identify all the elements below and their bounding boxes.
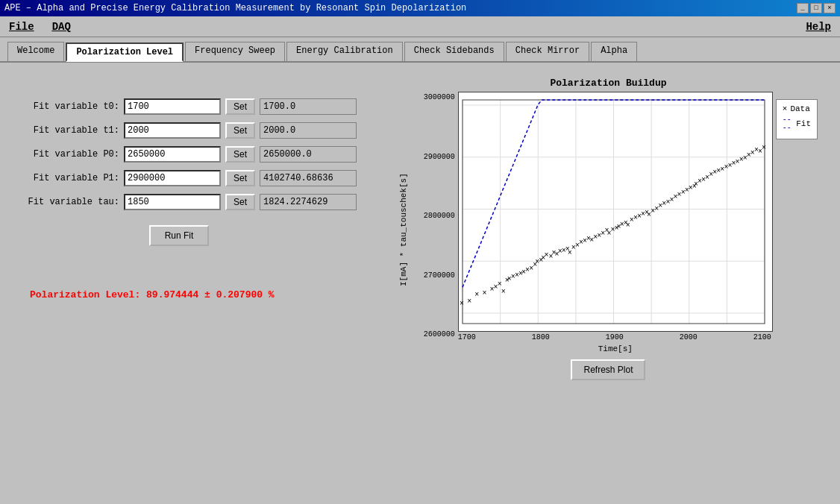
y-tick-2700000: 2700000 [411, 271, 455, 280]
window-title: APE – Alpha and Precise Energy Calibrati… [4, 3, 466, 13]
plot-area: I[mA] * tau_touschek[s] 3000000 2900000 … [399, 92, 818, 353]
plot-legend: × Data ---- Fit [776, 99, 818, 139]
tab-bar: Welcome Polarization Level Frequency Swe… [0, 37, 840, 63]
plot-canvas-container: 1700 1800 1900 2000 2100 Time[s] [458, 92, 773, 353]
fit-value-tau: 1824.2274629 [260, 194, 357, 210]
legend-data-label: Data [790, 104, 809, 113]
main-content: Fit variable t0: Set 1700.0 Fit variable… [0, 63, 840, 501]
fit-input-t1[interactable] [124, 122, 221, 139]
fit-label-tau: Fit variable tau: [22, 197, 119, 207]
fit-row-t0: Fit variable t0: Set 1700.0 [22, 98, 377, 115]
x-tick-2100: 2100 [753, 333, 771, 341]
fit-row-p1: Fit variable P1: Set 4102740.68636 [22, 170, 377, 186]
right-panel: Polarization Buildup I[mA] * tau_tousche… [399, 78, 818, 486]
legend-data-symbol: × [783, 104, 788, 113]
tab-check-sidebands[interactable]: Check Sidebands [404, 42, 504, 61]
x-tick-1700: 1700 [458, 333, 476, 341]
maximize-button[interactable]: □ [810, 3, 822, 13]
fit-input-t0[interactable] [124, 98, 221, 115]
menu-daq[interactable]: DAQ [49, 19, 74, 34]
run-fit-button[interactable]: Run Fit [149, 225, 209, 246]
tab-alpha[interactable]: Alpha [591, 42, 637, 61]
fit-input-p1[interactable] [124, 170, 221, 186]
fit-row-p0: Fit variable P0: Set 2650000.0 [22, 146, 377, 163]
y-tick-labels: 3000000 2900000 2800000 2700000 2600000 [411, 92, 455, 353]
menu-file[interactable]: File [6, 19, 37, 34]
fit-label-p1: Fit variable P1: [22, 173, 119, 183]
tab-frequency-sweep[interactable]: Frequency Sweep [185, 42, 285, 61]
tab-welcome[interactable]: Welcome [7, 42, 64, 61]
fit-value-t1: 2000.0 [260, 122, 357, 139]
fit-set-button-p0[interactable]: Set [225, 146, 255, 163]
tab-polarization-level[interactable]: Polarization Level [66, 42, 184, 62]
fit-set-button-p1[interactable]: Set [225, 170, 255, 186]
x-tick-2000: 2000 [680, 333, 698, 341]
fit-set-button-t1[interactable]: Set [225, 122, 255, 139]
plot-with-legend: 1700 1800 1900 2000 2100 Time[s] × Data [458, 92, 818, 353]
close-button[interactable]: × [824, 3, 836, 13]
y-tick-3000000: 3000000 [411, 93, 455, 101]
plot-title: Polarization Buildup [550, 78, 666, 89]
fit-label-p0: Fit variable P0: [22, 149, 119, 160]
fit-value-p1: 4102740.68636 [260, 170, 357, 186]
y-tick-2800000: 2800000 [411, 212, 455, 220]
fit-input-p0[interactable] [124, 146, 221, 163]
fit-set-button-t0[interactable]: Set [225, 98, 255, 115]
fit-input-tau[interactable] [124, 194, 221, 210]
left-panel: Fit variable t0: Set 1700.0 Fit variable… [22, 78, 377, 486]
menu-help[interactable]: Help [803, 19, 834, 34]
fit-value-p0: 2650000.0 [260, 146, 357, 163]
x-tick-labels: 1700 1800 1900 2000 2100 [458, 332, 771, 343]
title-bar: APE – Alpha and Precise Energy Calibrati… [0, 0, 840, 16]
fit-value-t0: 1700.0 [260, 98, 357, 115]
legend-fit: ---- Fit [783, 116, 811, 132]
legend-fit-symbol: ---- [783, 116, 793, 132]
fit-row-tau: Fit variable tau: Set 1824.2274629 [22, 194, 377, 210]
legend-data: × Data [783, 104, 811, 113]
polarization-result: Polarization Level: 89.974444 ± 0.207900… [30, 289, 377, 300]
fit-row-t1: Fit variable t1: Set 2000.0 [22, 122, 377, 139]
fit-label-t0: Fit variable t0: [22, 101, 119, 112]
y-axis-label: I[mA] * tau_touschek[s] [399, 92, 408, 353]
minimize-button[interactable]: _ [797, 3, 809, 13]
refresh-plot-button[interactable]: Refresh Plot [571, 359, 645, 380]
tab-check-mirror[interactable]: Check Mirror [506, 42, 589, 61]
x-tick-1800: 1800 [532, 333, 550, 341]
tab-energy-calibration[interactable]: Energy Calibration [286, 42, 403, 61]
window-controls: _ □ × [797, 3, 836, 13]
y-tick-2600000: 2600000 [411, 330, 455, 338]
y-tick-2900000: 2900000 [411, 153, 455, 161]
x-axis-label: Time[s] [458, 344, 773, 353]
x-tick-1900: 1900 [606, 333, 624, 341]
plot-canvas [458, 92, 773, 332]
menu-bar: File DAQ Help [0, 16, 840, 37]
fit-label-t1: Fit variable t1: [22, 125, 119, 136]
fit-set-button-tau[interactable]: Set [225, 194, 255, 210]
legend-fit-label: Fit [796, 119, 811, 128]
